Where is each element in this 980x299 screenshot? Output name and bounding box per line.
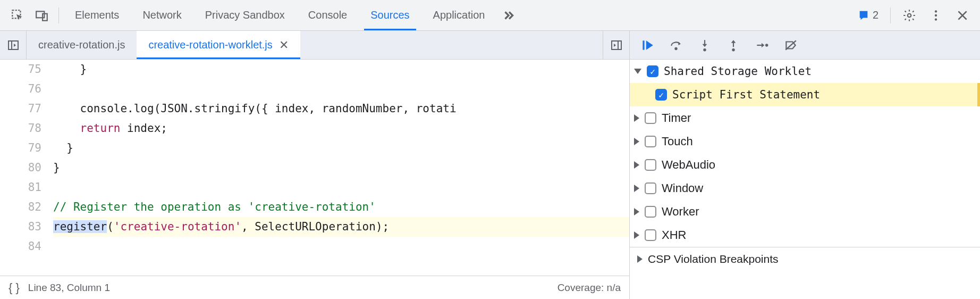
category-label: WebAudio <box>662 158 715 172</box>
chevron-right-icon <box>634 161 639 169</box>
file-tab-label: creative-rotation-worklet.js <box>148 39 272 51</box>
code-line[interactable]: return index; <box>53 119 629 138</box>
main-tab[interactable]: Sources <box>359 0 421 30</box>
devtools-main-tabbar: ElementsNetworkPrivacy SandboxConsoleSou… <box>0 0 980 31</box>
checkbox-unchecked[interactable] <box>645 206 656 218</box>
chevron-right-icon <box>634 185 639 192</box>
breakpoint-category-expanded[interactable]: Shared Storage Worklet <box>630 60 980 83</box>
step-over-icon[interactable] <box>664 35 688 56</box>
code-line[interactable]: } <box>53 138 629 158</box>
breakpoint-category[interactable]: Touch <box>630 130 980 153</box>
file-tab-label: creative-rotation.js <box>38 39 125 51</box>
svg-point-3 <box>908 13 911 17</box>
divider <box>890 7 891 23</box>
line-number[interactable]: 84 <box>0 237 41 256</box>
issues-count: 2 <box>873 9 878 21</box>
file-tab[interactable]: creative-rotation-worklet.js✕ <box>137 31 300 59</box>
code-editor[interactable]: 75767778798081828384 } console.log(JSON.… <box>0 60 629 299</box>
chevron-right-icon <box>634 231 639 239</box>
kebab-menu-icon[interactable] <box>924 0 948 31</box>
line-number[interactable]: 76 <box>0 79 41 99</box>
coverage-status: Coverage: n/a <box>557 282 621 294</box>
deactivate-breakpoints-icon[interactable] <box>779 35 803 56</box>
event-listener-breakpoints-panel: Shared Storage Worklet Script First Stat… <box>629 60 980 299</box>
close-icon[interactable] <box>950 0 975 31</box>
breakpoint-category[interactable]: XHR <box>630 223 980 247</box>
category-label: Shared Storage Worklet <box>664 65 812 78</box>
code-line[interactable] <box>53 178 629 197</box>
breakpoint-item-selected[interactable]: Script First Statement <box>630 83 980 106</box>
csp-breakpoints-section[interactable]: CSP Violation Breakpoints <box>630 247 980 270</box>
category-label: Window <box>662 181 703 195</box>
file-tabs-bar: creative-rotation.jscreative-rotation-wo… <box>0 31 629 59</box>
category-label: Timer <box>662 111 691 125</box>
line-number[interactable]: 82 <box>0 197 41 217</box>
checkbox-unchecked[interactable] <box>645 229 656 241</box>
line-number[interactable]: 79 <box>0 138 41 158</box>
main-tab[interactable]: Application <box>421 0 497 30</box>
checkbox-checked[interactable] <box>647 65 658 77</box>
chevron-right-icon <box>634 208 639 215</box>
step-out-icon[interactable] <box>721 35 746 56</box>
svg-point-16 <box>732 48 734 51</box>
code-line[interactable] <box>53 79 629 99</box>
step-icon[interactable] <box>750 35 774 56</box>
svg-point-14 <box>703 48 706 51</box>
line-number[interactable]: 75 <box>0 60 41 79</box>
chevron-right-icon <box>637 255 643 263</box>
code-line[interactable]: register('creative-rotation', SelectURLO… <box>53 217 629 237</box>
line-number[interactable]: 80 <box>0 158 41 178</box>
svg-point-5 <box>935 14 937 16</box>
checkbox-unchecked[interactable] <box>645 182 656 194</box>
show-debugger-icon[interactable] <box>603 31 629 59</box>
line-number[interactable]: 83 <box>0 217 41 237</box>
settings-gear-icon[interactable] <box>897 0 922 31</box>
file-tab[interactable]: creative-rotation.js <box>27 31 137 59</box>
main-tab[interactable]: Elements <box>63 0 131 30</box>
category-label: Worker <box>662 205 699 219</box>
svg-rect-7 <box>9 41 18 49</box>
step-into-icon[interactable] <box>692 35 717 56</box>
checkbox-unchecked[interactable] <box>645 136 656 147</box>
line-number[interactable]: 78 <box>0 119 41 138</box>
more-tabs-icon[interactable] <box>496 0 521 31</box>
main-tab[interactable]: Network <box>131 0 193 30</box>
breakpoint-category[interactable]: Timer <box>630 106 980 130</box>
breakpoint-category[interactable]: Worker <box>630 200 980 223</box>
line-number[interactable]: 81 <box>0 178 41 197</box>
category-label: Touch <box>662 135 693 148</box>
line-number[interactable]: 77 <box>0 99 41 119</box>
breakpoint-category[interactable]: Window <box>630 177 980 200</box>
svg-point-6 <box>935 18 937 20</box>
svg-point-18 <box>765 44 768 46</box>
category-label: XHR <box>662 228 686 242</box>
code-line[interactable]: console.log(JSON.stringify({ index, rand… <box>53 99 629 119</box>
checkbox-unchecked[interactable] <box>645 112 656 124</box>
inspect-element-icon[interactable] <box>5 0 30 31</box>
cursor-position: Line 83, Column 1 <box>28 282 110 294</box>
checkbox-unchecked[interactable] <box>645 159 656 171</box>
checkbox-checked[interactable] <box>655 89 667 101</box>
code-line[interactable]: } <box>53 60 629 79</box>
code-line[interactable]: } <box>53 158 629 178</box>
main-tab[interactable]: Privacy Sandbox <box>193 0 297 30</box>
main-tabs: ElementsNetworkPrivacy SandboxConsoleSou… <box>63 0 496 30</box>
breakpoint-label: Script First Statement <box>672 88 820 101</box>
editor-status-bar: { } Line 83, Column 1 Coverage: n/a <box>0 276 629 299</box>
section-label: CSP Violation Breakpoints <box>648 253 779 265</box>
pretty-print-icon[interactable]: { } <box>9 281 20 295</box>
svg-rect-11 <box>643 40 644 49</box>
breakpoint-category[interactable]: WebAudio <box>630 153 980 177</box>
device-toolbar-icon[interactable] <box>30 0 54 31</box>
code-line[interactable]: // Register the operation as 'creative-r… <box>53 197 629 217</box>
issues-counter[interactable]: 2 <box>852 9 884 21</box>
code-line[interactable] <box>53 237 629 256</box>
show-navigator-icon[interactable] <box>0 31 27 59</box>
resume-script-icon[interactable] <box>635 35 660 56</box>
main-tab[interactable]: Console <box>297 0 359 30</box>
chevron-right-icon <box>634 138 639 145</box>
svg-point-4 <box>935 10 937 12</box>
divider <box>58 7 59 23</box>
close-icon[interactable]: ✕ <box>279 38 289 52</box>
svg-point-12 <box>674 47 677 49</box>
